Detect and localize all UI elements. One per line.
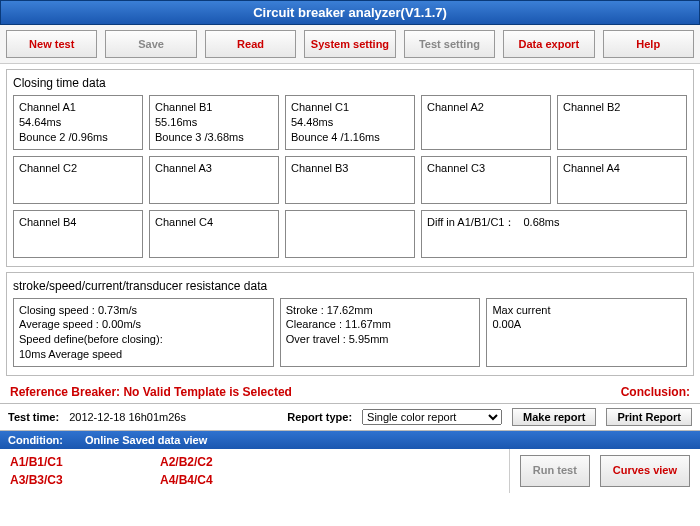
channel-cell: Channel B3 — [285, 156, 415, 204]
bottom-row: A1/B1/C1 A2/B2/C2 A3/B3/C3 A4/B4/C4 Run … — [0, 449, 700, 493]
closing-time-section: Closing time data Channel A154.64msBounc… — [6, 69, 694, 267]
main-toolbar: New test Save Read System setting Test s… — [0, 25, 700, 64]
help-button[interactable]: Help — [603, 30, 694, 58]
diff-cell: Diff in A1/B1/C1： 0.68ms — [421, 210, 687, 258]
report-row: Test time: 2012-12-18 16h01m26s Report t… — [0, 403, 700, 431]
conclusion-label: Conclusion: — [621, 385, 690, 399]
new-test-button[interactable]: New test — [6, 30, 97, 58]
diff-value: 0.68ms — [523, 215, 559, 230]
channel-cell: Channel C4 — [149, 210, 279, 258]
channel-cell: Channel C2 — [13, 156, 143, 204]
channel-group[interactable]: A4/B4/C4 — [160, 473, 300, 487]
speed-cell: Closing speed : 0.73m/s Average speed : … — [13, 298, 274, 367]
window-title: Circuit breaker analyzer(V1.1.7) — [0, 0, 700, 25]
diff-label: Diff in A1/B1/C1： — [427, 215, 515, 230]
channel-cell: Channel A154.64msBounce 2 /0.96ms — [13, 95, 143, 150]
make-report-button[interactable]: Make report — [512, 408, 596, 426]
channel-cell: Channel C3 — [421, 156, 551, 204]
report-type-label: Report type: — [287, 411, 352, 423]
test-setting-button[interactable]: Test setting — [404, 30, 495, 58]
reference-line: Reference Breaker: No Valid Template is … — [0, 381, 700, 403]
read-button[interactable]: Read — [205, 30, 296, 58]
channel-cell: Channel A2 — [421, 95, 551, 150]
current-cell: Max current 0.00A — [486, 298, 687, 367]
test-time-label: Test time: — [8, 411, 59, 423]
curves-view-button[interactable]: Curves view — [600, 455, 690, 486]
data-export-button[interactable]: Data export — [503, 30, 594, 58]
condition-label: Condition: — [8, 434, 63, 446]
channel-cell: Channel C154.48msBounce 4 /1.16ms — [285, 95, 415, 150]
channel-cell-empty — [285, 210, 415, 258]
channel-group[interactable]: A3/B3/C3 — [10, 473, 150, 487]
print-report-button[interactable]: Print Report — [606, 408, 692, 426]
channel-group[interactable]: A2/B2/C2 — [160, 455, 300, 469]
measure-title: stroke/speed/current/transducer resistan… — [13, 279, 687, 293]
report-type-select[interactable]: Single color report — [362, 409, 502, 425]
channel-cell: Channel B155.16msBounce 3 /3.68ms — [149, 95, 279, 150]
channel-cell: Channel A3 — [149, 156, 279, 204]
channel-group-list: A1/B1/C1 A2/B2/C2 A3/B3/C3 A4/B4/C4 — [0, 449, 509, 493]
condition-view: Online Saved data view — [85, 434, 207, 446]
measure-section: stroke/speed/current/transducer resistan… — [6, 272, 694, 376]
channel-cell: Channel B2 — [557, 95, 687, 150]
channel-cell: Channel A4 — [557, 156, 687, 204]
closing-time-title: Closing time data — [13, 76, 687, 90]
run-area: Run test Curves view — [509, 449, 700, 493]
run-test-button[interactable]: Run test — [520, 455, 590, 486]
reference-text: Reference Breaker: No Valid Template is … — [10, 385, 292, 399]
channel-cell: Channel B4 — [13, 210, 143, 258]
system-setting-button[interactable]: System setting — [304, 30, 395, 58]
channel-group[interactable]: A1/B1/C1 — [10, 455, 150, 469]
condition-bar: Condition: Online Saved data view — [0, 431, 700, 449]
stroke-cell: Stroke : 17.62mm Clearance : 11.67mm Ove… — [280, 298, 481, 367]
save-button[interactable]: Save — [105, 30, 196, 58]
test-time-value: 2012-12-18 16h01m26s — [69, 411, 186, 423]
